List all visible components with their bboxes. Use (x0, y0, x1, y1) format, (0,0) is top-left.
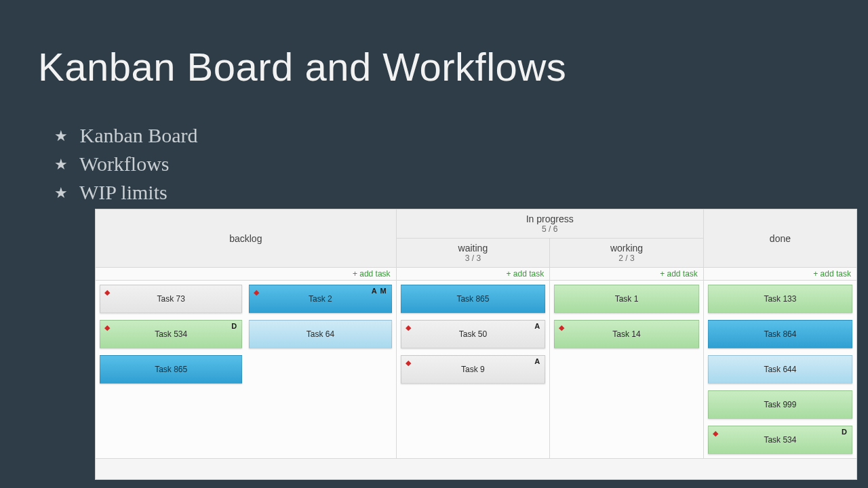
bullet-text: WIP limits (79, 181, 167, 203)
card-tag: A (534, 322, 540, 330)
card-label: Task 864 (764, 329, 796, 339)
bullet-item: ★ WIP limits (54, 181, 198, 204)
wip-count: 3 / 3 (397, 253, 550, 263)
add-task-cell: + add task (550, 268, 704, 281)
add-task-cell: + add task (96, 268, 396, 281)
column-header-in-progress: In progress 5 / 6 (396, 209, 703, 239)
card-label: Task 534 (764, 435, 796, 445)
column-body-waiting: Task 865◆ATask 50◆ATask 9 (396, 281, 550, 459)
task-card[interactable]: ◆A MTask 2 (249, 285, 391, 313)
bullet-item: ★ Kanban Board (54, 124, 198, 147)
slide-title: Kanban Board and Workflows (38, 44, 566, 89)
column-header-backlog: backlog (96, 209, 396, 268)
card-label: Task 73 (157, 294, 184, 304)
task-card[interactable]: ◆DTask 534 (708, 426, 852, 454)
column-header-waiting: waiting 3 / 3 (396, 239, 550, 268)
add-task-button[interactable]: + add task (813, 269, 851, 279)
pin-icon: ◆ (713, 429, 718, 438)
task-card[interactable]: Task 644 (708, 355, 852, 384)
task-card[interactable]: Task 864 (708, 320, 852, 348)
column-header-working: working 2 / 3 (550, 239, 704, 268)
task-card[interactable]: ◆Task 73 (100, 285, 242, 313)
card-label: Task 2 (309, 294, 332, 304)
pin-icon: ◆ (104, 288, 110, 297)
pin-icon: ◆ (104, 323, 110, 332)
card-label: Task 64 (307, 329, 334, 339)
card-label: Task 999 (764, 400, 796, 409)
card-tag: A M (372, 287, 387, 295)
card-label: Task 644 (764, 365, 796, 374)
card-tag: D (842, 428, 848, 436)
bullet-text: Kanban Board (80, 124, 198, 146)
slide: Kanban Board and Workflows ★ Kanban Boar… (0, 0, 868, 488)
add-task-button[interactable]: + add task (507, 269, 545, 279)
star-icon: ★ (54, 156, 75, 174)
task-card[interactable]: Task 133 (708, 285, 852, 313)
card-label: Task 1 (615, 294, 639, 304)
column-title: waiting (397, 243, 550, 253)
add-task-cell: + add task (396, 268, 550, 281)
column-body-backlog: ◆Task 73◆A MTask 2◆DTask 534Task 64Task … (96, 281, 396, 459)
kanban-board: backlog In progress 5 / 6 done waiting 3… (95, 209, 857, 480)
card-label: Task 9 (461, 365, 485, 374)
task-card[interactable]: Task 64 (249, 320, 391, 348)
pin-icon: ◆ (559, 323, 564, 332)
task-card[interactable]: ◆DTask 534 (100, 320, 242, 348)
task-card[interactable]: Task 865 (401, 285, 546, 313)
bullet-text: Workflows (79, 152, 170, 175)
card-label: Task 534 (155, 329, 187, 339)
pin-icon: ◆ (406, 359, 411, 367)
task-card[interactable]: Task 865 (100, 355, 242, 384)
column-title: In progress (397, 214, 703, 224)
card-tag: A (534, 357, 540, 365)
bullet-list: ★ Kanban Board ★ Workflows ★ WIP limits (54, 119, 198, 209)
card-label: Task 133 (764, 294, 796, 304)
column-body-working: Task 1◆Task 14 (550, 281, 704, 459)
card-label: Task 14 (612, 329, 640, 339)
column-header-done: done (703, 209, 856, 268)
column-title: backlog (96, 233, 396, 244)
add-task-cell: + add task (703, 268, 856, 281)
wip-count: 5 / 6 (397, 224, 703, 234)
task-card[interactable]: ◆Task 14 (554, 320, 699, 348)
pin-icon: ◆ (254, 288, 259, 297)
column-body-done: Task 133Task 864Task 644Task 999◆DTask 5… (703, 281, 856, 459)
column-title: working (550, 243, 703, 253)
card-label: Task 50 (459, 329, 487, 339)
task-card[interactable]: ◆ATask 50 (401, 320, 546, 348)
task-card[interactable]: Task 1 (554, 285, 699, 313)
card-tag: D (231, 322, 237, 330)
star-icon: ★ (54, 184, 75, 202)
bullet-item: ★ Workflows (54, 152, 198, 176)
add-task-button[interactable]: + add task (660, 269, 698, 279)
pin-icon: ◆ (406, 323, 411, 332)
add-task-button[interactable]: + add task (353, 269, 391, 279)
card-label: Task 865 (456, 294, 489, 304)
task-card[interactable]: ◆ATask 9 (401, 355, 546, 384)
column-title: done (704, 233, 856, 244)
wip-count: 2 / 3 (550, 253, 703, 263)
star-icon: ★ (54, 127, 75, 145)
task-card[interactable]: Task 999 (708, 390, 852, 419)
card-label: Task 865 (155, 365, 187, 374)
